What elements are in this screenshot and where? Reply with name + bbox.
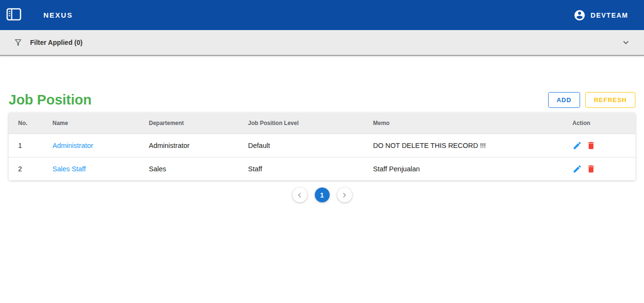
- user-name-label: DEVTEAM: [591, 11, 628, 19]
- trash-icon: [586, 164, 596, 174]
- user-menu[interactable]: DEVTEAM: [573, 9, 628, 21]
- chevron-down-icon: [621, 37, 631, 48]
- sidebar-toggle-icon: [6, 8, 21, 22]
- chevron-right-icon: [340, 190, 349, 200]
- job-position-table-card: No. Name Departement Job Position Level …: [9, 113, 635, 180]
- table-header-row: No. Name Departement Job Position Level …: [9, 113, 635, 134]
- cell-memo: Staff Penjualan: [364, 157, 563, 180]
- add-button[interactable]: ADD: [548, 92, 580, 108]
- table-row: 2 Sales Staff Sales Staff Staff Penjuala…: [9, 157, 635, 180]
- page-1-button[interactable]: 1: [315, 188, 330, 202]
- cell-department: Sales: [139, 157, 239, 180]
- chevron-left-icon: [295, 190, 304, 200]
- filter-expand-button[interactable]: [621, 37, 631, 48]
- cell-no: 2: [9, 157, 43, 180]
- column-header-level: Job Position Level: [239, 113, 364, 134]
- cell-department: Administrator: [139, 134, 239, 157]
- main-content: Job Position ADD REFRESH No. Name Depart…: [0, 56, 644, 202]
- cell-no: 1: [9, 134, 43, 157]
- next-page-button[interactable]: [337, 188, 352, 202]
- filter-applied-label: Filter Applied (0): [30, 39, 83, 46]
- filter-bar[interactable]: Filter Applied (0): [0, 30, 644, 56]
- column-header-name: Name: [43, 113, 139, 134]
- column-header-department: Departement: [139, 113, 239, 134]
- delete-button[interactable]: [586, 141, 596, 150]
- top-navbar: NEXUS DEVTEAM: [0, 0, 644, 30]
- previous-page-button[interactable]: [292, 188, 307, 202]
- cell-level: Default: [239, 134, 364, 157]
- edit-pencil-icon: [572, 141, 582, 150]
- filter-funnel-icon: [13, 38, 23, 47]
- pagination: 1: [9, 188, 635, 202]
- job-position-table: No. Name Departement Job Position Level …: [9, 113, 635, 180]
- trash-icon: [586, 141, 596, 150]
- column-header-no: No.: [9, 113, 43, 134]
- cell-level: Staff: [239, 157, 364, 180]
- edit-button[interactable]: [572, 164, 582, 174]
- job-position-link[interactable]: Administrator: [52, 142, 93, 149]
- cell-memo: DO NOT DELETE THIS RECORD !!!: [364, 134, 563, 157]
- table-row: 1 Administrator Administrator Default DO…: [9, 134, 635, 157]
- app-brand: NEXUS: [43, 11, 73, 19]
- page-title: Job Position: [9, 92, 92, 108]
- refresh-button[interactable]: REFRESH: [585, 92, 635, 108]
- delete-button[interactable]: [586, 164, 596, 174]
- edit-button[interactable]: [572, 141, 582, 150]
- column-header-memo: Memo: [364, 113, 563, 134]
- column-header-action: Action: [563, 113, 635, 134]
- account-circle-icon: [573, 9, 586, 21]
- toolbar: ADD REFRESH: [548, 92, 635, 108]
- title-row: Job Position ADD REFRESH: [9, 92, 635, 108]
- job-position-link[interactable]: Sales Staff: [52, 165, 86, 173]
- edit-pencil-icon: [572, 164, 582, 174]
- sidebar-toggle-button[interactable]: [6, 9, 21, 22]
